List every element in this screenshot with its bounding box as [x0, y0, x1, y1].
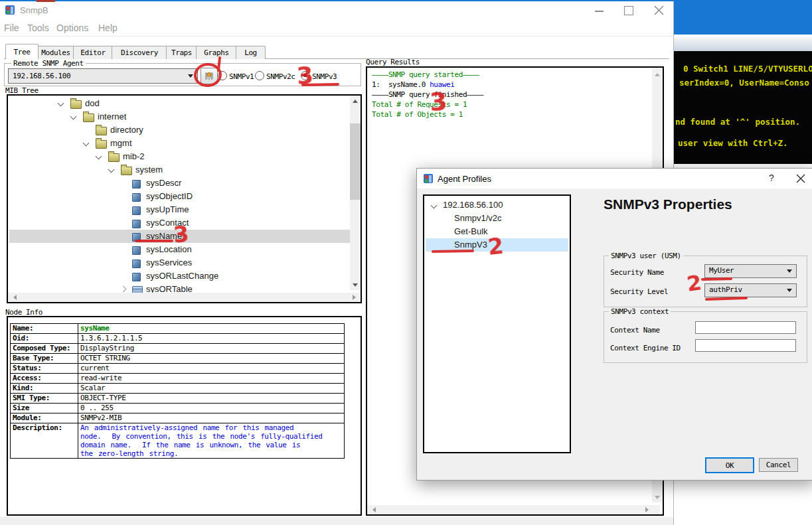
agent-address-combobox[interactable]: 192.168.56.100 [8, 68, 198, 84]
cancel-button[interactable]: Cancel [759, 458, 798, 472]
context-name-label: Context Name [610, 326, 660, 335]
radio-snmpv2c[interactable] [255, 71, 264, 80]
tab-traps[interactable]: Traps [166, 46, 197, 59]
menu-tools[interactable]: Tools [27, 23, 49, 33]
mib-scroll-up-button[interactable] [350, 96, 361, 106]
agent-profiles-button[interactable] [201, 68, 218, 84]
radio-snmpv2c-label: SNMPv2c [266, 72, 295, 81]
maximize-icon [624, 6, 633, 15]
tree-node-internet[interactable]: internet [16, 110, 341, 123]
query-scroll-left-button[interactable] [368, 505, 379, 514]
mib-scroll-down-button[interactable] [350, 279, 361, 290]
node-name-value: sysName [78, 324, 345, 334]
tree-node-sysuptime[interactable]: sysUpTime [16, 203, 341, 216]
tab-tree[interactable]: Tree [5, 44, 39, 59]
tree-node-dod[interactable]: dod [16, 97, 341, 110]
chevron-down-icon[interactable] [431, 202, 438, 209]
arrow-right-icon [353, 295, 356, 300]
dropdown-arrow-icon [787, 269, 792, 273]
tree-node-syslocation[interactable]: sysLocation [16, 243, 341, 256]
table-row: Access:read-write [11, 374, 345, 384]
arrow-up-icon [353, 100, 358, 103]
close-icon [793, 171, 809, 186]
query-scroll-right-button[interactable] [641, 505, 652, 514]
tree-node-sysobjectid[interactable]: sysObjectID [16, 190, 341, 203]
tab-discovery[interactable]: Discovery [112, 46, 167, 59]
tree-node-sysname[interactable]: sysName [16, 230, 341, 243]
query-line-total-requests: Total # of Requests = 1 [372, 100, 467, 110]
terminal-line: nd found at '^' position. [675, 117, 800, 127]
arrow-up-icon [655, 73, 660, 76]
dialog-help-button[interactable]: ? [764, 173, 779, 186]
tab-graphs[interactable]: Graphs [196, 46, 237, 59]
query-line-started: ————SNMP query started———— [372, 70, 479, 80]
context-name-input[interactable] [695, 321, 796, 334]
mib-vscroll-thumb[interactable] [350, 123, 361, 200]
radio-snmpv1[interactable] [218, 71, 227, 80]
profile-node-getbulk[interactable]: Get-Bulk [426, 225, 568, 238]
table-row: Size0 .. 255 [11, 404, 345, 413]
close-icon [649, 4, 669, 17]
tree-node-directory[interactable]: directory [16, 123, 341, 137]
radio-snmpv3[interactable] [301, 71, 310, 80]
snmpv3-context-groupbox [604, 311, 807, 363]
scalar-icon [132, 273, 141, 281]
menu-file[interactable]: File [4, 23, 19, 33]
table-row: Name:sysName [11, 324, 345, 334]
dialog-title: Agent Profiles [438, 174, 491, 184]
chevron-down-icon[interactable] [58, 100, 64, 107]
dialog-close-button[interactable] [793, 171, 809, 186]
tab-modules[interactable]: Modules [37, 46, 74, 59]
chevron-down-icon[interactable] [70, 113, 77, 120]
terminal-line: serIndex=0, UserName=Conso [679, 78, 809, 88]
close-button[interactable] [649, 4, 669, 17]
tab-editor[interactable]: Editor [73, 46, 113, 59]
dialog-app-icon [424, 174, 433, 183]
table-row: Module:SNMPv2-MIB [11, 413, 345, 423]
profile-node-snmpv3[interactable]: SnmpV3 [426, 238, 568, 252]
query-scroll-up-button[interactable] [652, 69, 663, 80]
dialog-titlebar[interactable]: Agent Profiles ? [417, 169, 812, 188]
tree-node-mib-2[interactable]: mib-2 [16, 150, 341, 163]
minimize-button[interactable] [590, 4, 609, 17]
table-row-description: Description: An administratively-assigne… [11, 423, 345, 459]
terminal-line: user view with Ctrl+Z. [678, 138, 788, 148]
mib-scroll-left-button[interactable] [9, 293, 20, 302]
chevron-right-icon[interactable] [120, 286, 127, 293]
combobox-dropdown-icon [188, 74, 193, 78]
arrow-right-icon [645, 507, 649, 512]
mib-hscrollbar[interactable] [8, 293, 358, 302]
tab-log[interactable]: Log [236, 46, 266, 59]
query-line-value: 1: sysName.0 huawei [372, 80, 454, 90]
context-engine-id-input[interactable] [695, 339, 796, 352]
maximize-button[interactable] [619, 4, 639, 17]
table-row: Base Type:OCTET STRING [11, 354, 345, 364]
profile-node-snmpv1v2c[interactable]: Snmpv1/v2c [426, 212, 568, 225]
menu-options[interactable]: Options [56, 23, 88, 33]
security-level-dropdown[interactable]: authPriv [704, 283, 797, 297]
ok-button[interactable]: OK [705, 457, 754, 473]
mib-tree-panel: dod internet directory mgmt mib-2 system… [7, 94, 362, 303]
snmpv3-context-group-label: SNMPv3 context [609, 307, 671, 316]
tree-node-system[interactable]: system [16, 163, 341, 177]
tree-node-sysorlastchange[interactable]: sysORLastChange [16, 269, 341, 283]
agent-address-value: 192.168.56.100 [13, 72, 70, 80]
security-name-dropdown[interactable]: MyUser [704, 264, 797, 278]
scalar-icon [132, 233, 141, 242]
chevron-down-icon[interactable] [108, 167, 115, 173]
chevron-down-icon[interactable] [83, 140, 90, 147]
tree-node-sysservices[interactable]: sysServices [16, 256, 341, 269]
tree-node-sysdescr[interactable]: sysDescr [16, 177, 341, 190]
chevron-down-icon[interactable] [96, 153, 102, 160]
mib-scroll-right-button[interactable] [349, 293, 359, 302]
menu-help[interactable]: Help [98, 23, 118, 33]
scalar-icon [132, 193, 141, 202]
query-hscrollbar[interactable] [367, 505, 660, 514]
tree-node-mgmt[interactable]: mgmt [16, 137, 341, 150]
tree-node-syscontact[interactable]: sysContact [16, 216, 341, 230]
table-row: Status:current [11, 364, 345, 374]
profile-node-root[interactable]: 192.168.56.100 [426, 198, 568, 212]
query-scroll-down-button[interactable] [652, 492, 663, 502]
terminal-line: 0 Switch1 LINE/5/VTYUSERLO [683, 64, 812, 74]
terminal-console[interactable]: 0 Switch1 LINE/5/VTYUSERLO serIndex=0, U… [674, 51, 812, 164]
